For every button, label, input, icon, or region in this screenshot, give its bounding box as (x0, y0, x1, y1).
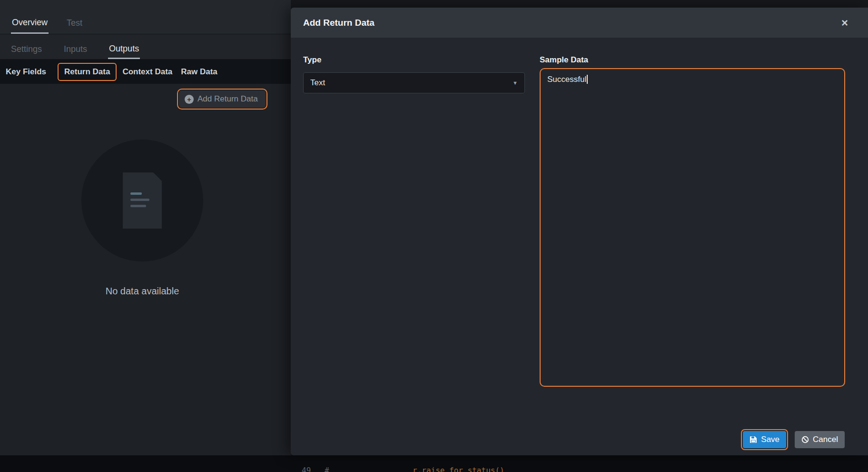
add-return-data-highlight-ring: + Add Return Data (177, 89, 267, 110)
code-editor-strip: 49 # r.raise_for_status() (0, 455, 868, 472)
tab-key-fields[interactable]: Key Fields (6, 67, 46, 77)
add-return-data-label: Add Return Data (197, 94, 258, 104)
type-field-label: Type (303, 55, 321, 65)
save-icon (750, 436, 757, 443)
type-select[interactable]: Text ▼ (303, 72, 525, 93)
save-button[interactable]: Save (743, 431, 786, 448)
code-comment-hash: # (325, 466, 329, 472)
document-icon (123, 172, 162, 229)
tab-settings[interactable]: Settings (10, 44, 43, 59)
chevron-down-icon: ▼ (513, 80, 518, 86)
document-fold-corner (153, 172, 162, 181)
save-button-label: Save (761, 435, 779, 444)
sample-data-value: Successful (547, 75, 586, 84)
empty-state-message: No data available (0, 286, 285, 297)
cancel-button-label: Cancel (813, 435, 838, 444)
plus-icon: + (185, 95, 194, 104)
sample-data-field-label: Sample Data (540, 55, 588, 65)
modal-header: Add Return Data × (291, 8, 868, 38)
type-select-value: Text (310, 78, 325, 88)
close-icon[interactable]: × (841, 17, 848, 29)
tab-return-data[interactable]: Return Data (58, 63, 117, 81)
tab-inputs[interactable]: Inputs (63, 44, 88, 59)
text-cursor (587, 75, 588, 84)
add-return-data-modal: Add Return Data × Type Text ▼ Sample Dat… (291, 8, 868, 455)
sample-data-textarea[interactable]: Successful (540, 68, 845, 387)
tab-outputs[interactable]: Outputs (108, 44, 140, 59)
code-line-text: r.raise_for_status() (413, 466, 504, 472)
save-button-highlight-ring: Save (741, 429, 788, 450)
empty-state-illustration (81, 140, 203, 261)
cancel-button[interactable]: Cancel (795, 431, 845, 448)
tab-overview[interactable]: Overview (11, 18, 49, 34)
cancel-icon (801, 436, 809, 443)
tab-raw-data[interactable]: Raw Data (181, 67, 217, 77)
output-data-tab-bar: Key Fields Return Data Context Data Raw … (0, 60, 291, 84)
code-line-number: 49 (302, 466, 311, 472)
tab-test[interactable]: Test (66, 18, 83, 34)
add-return-data-button[interactable]: + Add Return Data (179, 90, 266, 108)
modal-title: Add Return Data (303, 18, 375, 28)
modal-action-bar: Save Cancel (741, 429, 845, 450)
primary-tab-bar: Overview Test (0, 0, 291, 34)
tab-context-data[interactable]: Context Data (122, 67, 172, 77)
outputs-panel: Overview Test Settings Inputs Outputs Ke… (0, 0, 291, 455)
secondary-tab-bar: Settings Inputs Outputs (0, 34, 291, 60)
